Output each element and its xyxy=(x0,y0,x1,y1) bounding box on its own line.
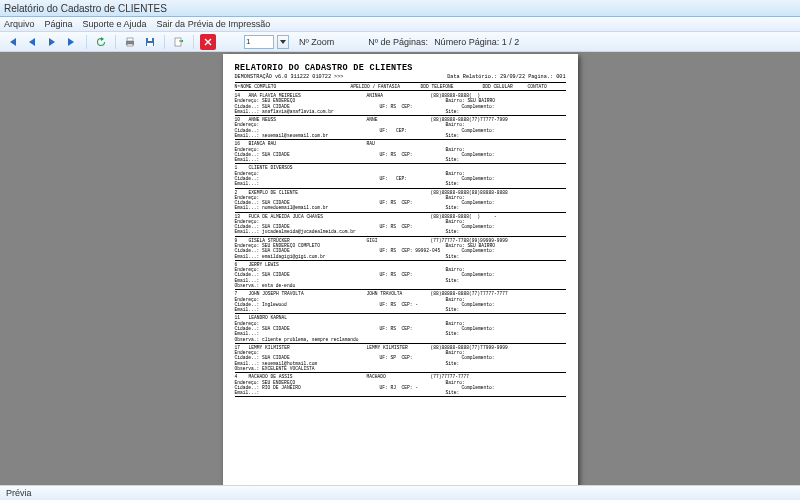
report-record: 17LEMMY KILMISTERLEMMY KILMISTER(88)8888… xyxy=(235,344,566,373)
report-record: 7JOHN JOSEPH TRAVOLTAJOHN TRAVOLTA(88)88… xyxy=(235,290,566,314)
zoom-select[interactable]: 1 xyxy=(244,35,274,49)
svg-rect-4 xyxy=(148,38,152,41)
report-record: 4MACHADO DE ASSISMACHADO(77)77777-7777En… xyxy=(235,373,566,397)
report-records: 14ANA FLAVIA MEIRELESANINHA(88)88888-888… xyxy=(235,92,566,397)
report-record: 10ANNE NEUSSANNE(88)88888-8888(77)77777-… xyxy=(235,116,566,140)
svg-rect-2 xyxy=(127,44,133,46)
app-window: Relatório do Cadastro de CLIENTES Arquiv… xyxy=(0,0,800,500)
status-label: Prévia xyxy=(6,488,32,498)
toolbar-separator xyxy=(164,35,165,49)
print-button[interactable] xyxy=(122,34,138,50)
menu-suporte[interactable]: Suporte e Ajuda xyxy=(83,19,147,29)
nav-prev-button[interactable] xyxy=(24,34,40,50)
menu-arquivo[interactable]: Arquivo xyxy=(4,19,35,29)
report-page: RELATORIO DO CADASTRO DE CLIENTES DEMONS… xyxy=(223,54,578,485)
report-record: 6JERRY LEWISEndereço: Bairro: Cidade..: … xyxy=(235,261,566,290)
save-button[interactable] xyxy=(142,34,158,50)
report-record: 11LEANDRO KARNALEndereço: Bairro: Cidade… xyxy=(235,314,566,343)
menu-bar: Arquivo Página Suporte e Ajuda Sair da P… xyxy=(0,17,800,32)
nav-next-button[interactable] xyxy=(44,34,60,50)
report-subtitle: DEMONSTRAÇÃO v6.0 311222 010722 >>> Data… xyxy=(235,75,566,83)
toolbar-separator xyxy=(115,35,116,49)
menu-sair[interactable]: Sair da Prévia de Impressão xyxy=(157,19,271,29)
report-record: 13FUCA DE ALMEIDA JUCA CHAVES(88)88888-8… xyxy=(235,213,566,237)
svg-rect-6 xyxy=(175,38,181,46)
report-record: 16BIANCA RAURAUEndereço: Bairro: Cidade.… xyxy=(235,140,566,164)
title-bar: Relatório do Cadastro de CLIENTES xyxy=(0,0,800,17)
svg-rect-1 xyxy=(127,38,133,41)
nav-last-button[interactable] xyxy=(64,34,80,50)
refresh-button[interactable] xyxy=(93,34,109,50)
close-button[interactable] xyxy=(200,34,216,50)
report-subtitle-right: Data Relatório.: 29/09/22 Pagina.: 001 xyxy=(447,75,565,81)
svg-rect-5 xyxy=(147,43,153,46)
export-button[interactable] xyxy=(171,34,187,50)
page-number-label: Número Página: 1 / 2 xyxy=(434,37,519,47)
toolbar-separator xyxy=(193,35,194,49)
report-record: 9GISELA STRÜCKERGIGI(77)77777-7788(99)99… xyxy=(235,237,566,261)
preview-viewport[interactable]: RELATORIO DO CADASTRO DE CLIENTES DEMONS… xyxy=(0,52,800,485)
menu-pagina[interactable]: Página xyxy=(45,19,73,29)
report-record: 14ANA FLAVIA MEIRELESANINHA(88)88888-888… xyxy=(235,92,566,116)
report-record: 2EXEMPLO DE CLIENTE(88)88888-8888(88)888… xyxy=(235,189,566,213)
toolbar-separator xyxy=(86,35,87,49)
toolbar: 1 Nº Zoom Nº de Páginas: Número Página: … xyxy=(0,32,800,52)
pages-label: Nº de Páginas: xyxy=(368,37,428,47)
zoom-label: Nº Zoom xyxy=(299,37,334,47)
report-record: 1CLIENTE DIVERSOSEndereço: Bairro: Cidad… xyxy=(235,164,566,188)
nav-first-button[interactable] xyxy=(4,34,20,50)
status-bar: Prévia xyxy=(0,485,800,500)
window-title: Relatório do Cadastro de CLIENTES xyxy=(4,3,167,14)
report-column-header: Nº NOME COMPLETO APELIDO / FANTASIA DDD … xyxy=(235,84,566,91)
report-title: RELATORIO DO CADASTRO DE CLIENTES xyxy=(235,64,566,74)
report-subtitle-left: DEMONSTRAÇÃO v6.0 311222 010722 >>> xyxy=(235,75,344,81)
zoom-dropdown-button[interactable] xyxy=(277,35,289,49)
